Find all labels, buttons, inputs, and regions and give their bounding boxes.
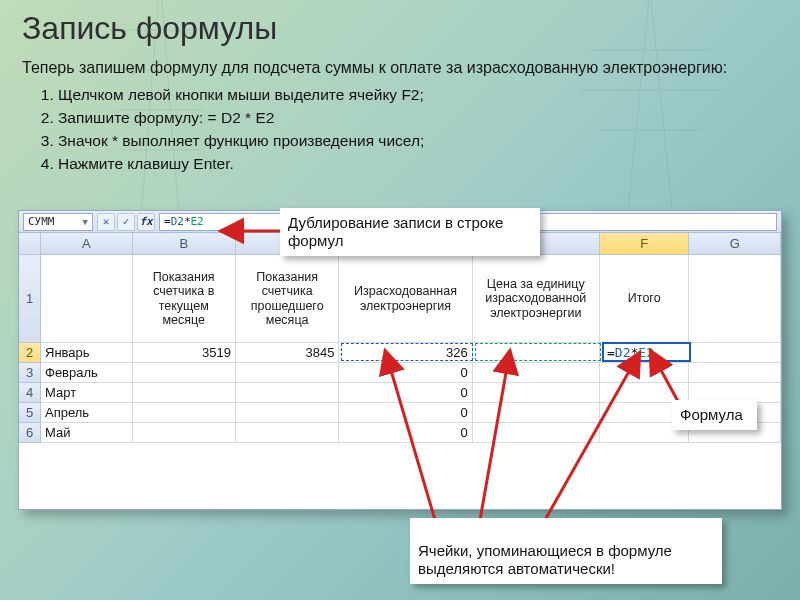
- cell[interactable]: Май: [41, 423, 133, 443]
- row-header-2[interactable]: 2: [19, 343, 41, 363]
- cell[interactable]: 3519: [133, 343, 236, 363]
- cell[interactable]: 3845: [236, 343, 339, 363]
- cell[interactable]: 0: [339, 423, 472, 443]
- row-header-3[interactable]: 3: [19, 363, 41, 383]
- cell[interactable]: [41, 255, 133, 343]
- cell[interactable]: [133, 383, 236, 403]
- name-box-dropdown-icon[interactable]: ▼: [83, 217, 88, 227]
- cell[interactable]: [600, 343, 690, 363]
- cell[interactable]: [473, 363, 600, 383]
- cell[interactable]: [689, 363, 781, 383]
- name-box[interactable]: СУММ ▼: [23, 213, 93, 231]
- row-header-1[interactable]: 1: [19, 255, 41, 343]
- annotation-right: Формула: [672, 400, 757, 430]
- cell[interactable]: 326: [339, 343, 472, 363]
- select-all-corner[interactable]: [19, 233, 41, 255]
- annotation-top: Дублирование записи в строке формул: [280, 208, 540, 256]
- cell[interactable]: [236, 363, 339, 383]
- col-header-F[interactable]: F: [600, 233, 690, 255]
- table-row: Январь 3519 3845 326: [41, 343, 781, 363]
- cell[interactable]: Показания счетчика прошедшего месяца: [236, 255, 339, 343]
- table-row: Май 0: [41, 423, 781, 443]
- cell[interactable]: [133, 423, 236, 443]
- formula-ref-d2: D2: [171, 215, 184, 228]
- cancel-button[interactable]: ✕: [97, 213, 115, 231]
- cell[interactable]: [133, 403, 236, 423]
- cell[interactable]: [689, 255, 781, 343]
- cell[interactable]: [600, 363, 690, 383]
- col-header-A[interactable]: A: [41, 233, 133, 255]
- cell[interactable]: Март: [41, 383, 133, 403]
- cell[interactable]: [133, 363, 236, 383]
- formula-op: *: [184, 215, 191, 228]
- table-row: Март 0: [41, 383, 781, 403]
- name-box-value: СУММ: [28, 215, 55, 228]
- cell[interactable]: 0: [339, 403, 472, 423]
- row-header-4[interactable]: 4: [19, 383, 41, 403]
- table-row: Февраль 0: [41, 363, 781, 383]
- cell[interactable]: [236, 383, 339, 403]
- cell[interactable]: 0: [339, 383, 472, 403]
- row-header-6[interactable]: 6: [19, 423, 41, 443]
- cell[interactable]: Израсходованная электроэнергия: [339, 255, 472, 343]
- cell[interactable]: [473, 403, 600, 423]
- annotation-bottom: Ячейки, упоминающиеся в формуле выделяют…: [410, 518, 722, 584]
- formula-equals: =: [164, 215, 171, 228]
- cell[interactable]: Итого: [600, 255, 690, 343]
- cell[interactable]: [236, 403, 339, 423]
- cell[interactable]: Январь: [41, 343, 133, 363]
- cell[interactable]: [473, 423, 600, 443]
- table-row: Показания счетчика в текущем месяце Пока…: [41, 255, 781, 343]
- formula-ref-e2: E2: [191, 215, 204, 228]
- cell[interactable]: Февраль: [41, 363, 133, 383]
- cell[interactable]: Цена за единицу израсходованной электроэ…: [473, 255, 600, 343]
- cell[interactable]: 0: [339, 363, 472, 383]
- table-row: Апрель 0: [41, 403, 781, 423]
- cell[interactable]: [473, 383, 600, 403]
- col-header-B[interactable]: B: [133, 233, 236, 255]
- cell[interactable]: [473, 343, 600, 363]
- confirm-button[interactable]: ✓: [117, 213, 135, 231]
- row-header-5[interactable]: 5: [19, 403, 41, 423]
- col-header-G[interactable]: G: [689, 233, 781, 255]
- cell[interactable]: [236, 423, 339, 443]
- cell[interactable]: [689, 343, 781, 363]
- cell[interactable]: Апрель: [41, 403, 133, 423]
- fx-button[interactable]: fx: [137, 213, 155, 231]
- cell[interactable]: Показания счетчика в текущем месяце: [133, 255, 236, 343]
